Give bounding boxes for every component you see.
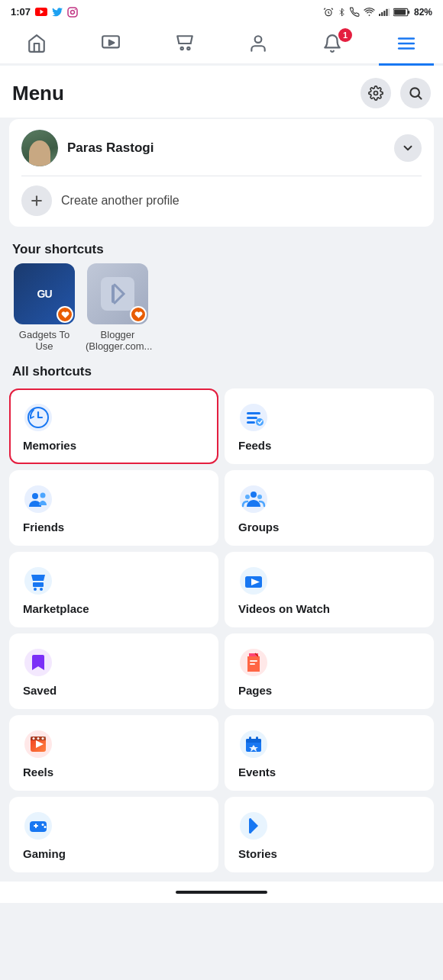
- profile-section: Paras Rastogi Create another profile: [9, 119, 434, 227]
- menu-actions: [361, 78, 431, 108]
- time-display: 1:07: [11, 6, 31, 18]
- shortcut-item-gadgets[interactable]: GU Gadgets To Use: [12, 263, 76, 352]
- svg-rect-34: [247, 421, 255, 424]
- svg-rect-44: [33, 582, 44, 587]
- svg-point-39: [240, 485, 267, 513]
- alarm-icon: [323, 7, 334, 18]
- profile-row: Paras Rastogi: [21, 130, 422, 166]
- svg-point-16: [180, 47, 183, 50]
- feeds-label: Feeds: [238, 439, 271, 452]
- memories-icon: [23, 402, 53, 433]
- all-shortcuts-grid: Memories Feeds Friends: [0, 385, 443, 882]
- saved-icon: [23, 647, 53, 678]
- shortcut-reels[interactable]: Reels: [9, 715, 218, 791]
- phone-icon: [350, 7, 360, 18]
- svg-rect-28: [112, 285, 115, 303]
- events-label: Events: [238, 766, 276, 779]
- friends-icon: [23, 484, 53, 514]
- groups-icon: [238, 484, 269, 514]
- all-shortcuts-label: All shortcuts: [0, 355, 443, 385]
- shortcut-gaming[interactable]: Gaming: [9, 797, 218, 872]
- shortcuts-section-label: Your shortcuts: [0, 233, 443, 263]
- svg-rect-8: [383, 10, 385, 15]
- stories-icon: [238, 811, 269, 841]
- svg-point-40: [251, 492, 257, 498]
- videos-on-watch-label: Videos on Watch: [238, 602, 330, 615]
- pages-label: Pages: [238, 684, 272, 697]
- shortcut-pages[interactable]: Pages: [225, 633, 434, 709]
- reels-label: Reels: [23, 766, 53, 779]
- svg-rect-74: [249, 818, 251, 833]
- profile-dropdown-button[interactable]: [394, 134, 422, 162]
- menu-header: Menu: [0, 66, 443, 118]
- memories-label: Memories: [23, 439, 76, 452]
- shortcut-marketplace[interactable]: Marketplace: [9, 552, 218, 627]
- svg-line-24: [419, 96, 422, 99]
- status-bar: 1:07: [0, 0, 443, 21]
- nav-notifications[interactable]: 1: [305, 27, 360, 60]
- nav-marketplace[interactable]: [157, 27, 212, 60]
- shortcut-gadgets-label: Gadgets To Use: [12, 329, 76, 352]
- svg-point-60: [42, 737, 44, 740]
- chevron-down-icon: [401, 141, 415, 155]
- shortcut-item-blogger[interactable]: Blogger (Blogger.com...: [86, 263, 150, 352]
- shortcut-events[interactable]: Events: [225, 715, 434, 791]
- svg-rect-13: [394, 9, 406, 15]
- svg-rect-52: [250, 660, 257, 662]
- notification-badge: 1: [338, 28, 352, 42]
- avatar: [21, 130, 58, 166]
- nav-bar: 1: [0, 21, 443, 66]
- signal-icon: [379, 8, 390, 17]
- settings-button[interactable]: [361, 78, 391, 108]
- profile-info: Paras Rastogi: [21, 130, 154, 166]
- svg-point-36: [24, 485, 52, 513]
- create-profile-row[interactable]: Create another profile: [21, 176, 422, 216]
- profile-name: Paras Rastogi: [67, 140, 154, 156]
- nav-home[interactable]: [9, 27, 64, 60]
- create-profile-label: Create another profile: [61, 194, 179, 208]
- svg-point-37: [32, 493, 38, 499]
- svg-point-18: [255, 36, 262, 43]
- nav-profile[interactable]: [231, 27, 286, 60]
- shortcut-feeds[interactable]: Feeds: [225, 388, 434, 464]
- svg-point-46: [40, 588, 43, 591]
- shortcut-groups[interactable]: Groups: [225, 470, 434, 546]
- instagram-icon: [67, 7, 78, 18]
- nav-menu[interactable]: [379, 27, 434, 60]
- svg-point-3: [71, 10, 75, 14]
- svg-point-72: [44, 826, 47, 828]
- shortcut-videos-on-watch[interactable]: Videos on Watch: [225, 552, 434, 627]
- gear-icon: [368, 85, 383, 101]
- svg-rect-64: [249, 737, 251, 740]
- svg-point-71: [42, 824, 44, 826]
- svg-rect-10: [389, 8, 390, 16]
- svg-point-4: [75, 8, 76, 10]
- shortcuts-row: GU Gadgets To Use Blogger (Blogger: [0, 263, 443, 355]
- search-button[interactable]: [400, 78, 431, 108]
- shortcut-memories[interactable]: Memories: [9, 388, 218, 464]
- bluetooth-icon: [338, 7, 346, 18]
- feeds-icon: [238, 402, 269, 433]
- svg-rect-9: [386, 8, 387, 15]
- events-icon: [238, 729, 269, 759]
- svg-marker-15: [109, 40, 115, 46]
- svg-point-42: [257, 495, 262, 499]
- nav-watch[interactable]: [83, 27, 138, 60]
- home-indicator: [176, 891, 267, 894]
- marketplace-icon: [23, 566, 53, 596]
- shortcut-stories[interactable]: Stories: [225, 797, 434, 872]
- svg-rect-12: [408, 11, 409, 14]
- videos-on-watch-icon: [238, 566, 269, 596]
- battery-percent: 82%: [414, 7, 432, 18]
- svg-rect-6: [379, 14, 380, 16]
- marketplace-label: Marketplace: [23, 602, 89, 615]
- gaming-icon: [23, 811, 53, 841]
- svg-rect-7: [381, 12, 383, 16]
- shortcut-saved[interactable]: Saved: [9, 633, 218, 709]
- svg-rect-63: [246, 739, 261, 743]
- svg-point-58: [33, 737, 35, 740]
- shortcut-friends[interactable]: Friends: [9, 470, 218, 546]
- svg-rect-65: [256, 737, 258, 740]
- saved-label: Saved: [23, 684, 57, 697]
- wifi-icon: [364, 8, 375, 17]
